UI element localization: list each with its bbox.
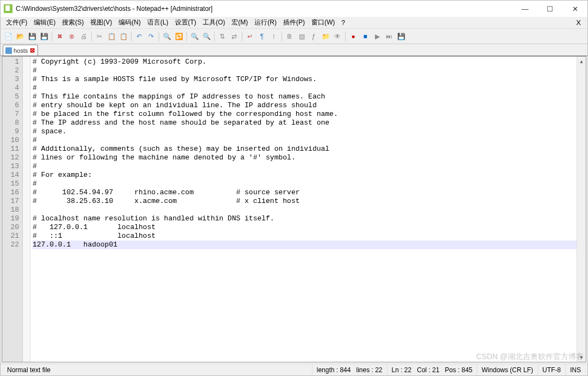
code-line[interactable]: # <box>33 84 577 93</box>
code-line[interactable]: # <box>33 136 577 145</box>
save-icon[interactable]: 💾 <box>27 31 37 42</box>
code-line[interactable]: # For example: <box>33 171 577 180</box>
close-icon[interactable]: ✖ <box>54 31 65 42</box>
line-number: 15 <box>2 180 22 188</box>
code-line[interactable]: # lines or following the machine name de… <box>33 153 577 162</box>
code-line[interactable]: # be placed in the first column followed… <box>33 110 577 119</box>
save-all-icon[interactable]: 💾 <box>39 31 49 42</box>
line-number: 7 <box>2 110 22 119</box>
func-list-icon[interactable]: ƒ <box>308 31 319 42</box>
toolbar-separator <box>131 32 132 41</box>
menubar-x-button[interactable]: X <box>576 19 585 27</box>
menu-settings[interactable]: 设置(T) <box>172 17 199 28</box>
tab-close-icon[interactable]: ⊠ <box>29 47 35 54</box>
monitor-icon[interactable]: 👁 <box>332 31 343 42</box>
menu-edit[interactable]: 编辑(E) <box>30 17 59 28</box>
close-all-icon[interactable]: ⊗ <box>66 31 77 42</box>
toolbar-separator <box>186 32 187 41</box>
find-icon[interactable]: 🔍 <box>161 31 172 42</box>
close-button[interactable]: ✕ <box>562 1 587 17</box>
code-line[interactable]: # <box>33 162 577 171</box>
line-number: 12 <box>2 153 22 162</box>
code-line[interactable]: # Copyright (c) 1993-2009 Microsoft Corp… <box>33 58 577 66</box>
toolbar-separator <box>52 32 52 41</box>
scroll-down-icon[interactable]: ▼ <box>577 353 586 362</box>
play-multi-icon[interactable]: ⏭ <box>384 31 395 42</box>
menu-window[interactable]: 窗口(W) <box>308 17 338 28</box>
zoom-out-icon[interactable]: 🔍 <box>201 31 212 42</box>
replace-icon[interactable]: 🔁 <box>173 31 184 42</box>
code-line[interactable] <box>33 206 577 214</box>
open-file-icon[interactable]: 📂 <box>15 31 26 42</box>
menu-tools[interactable]: 工具(O) <box>199 17 228 28</box>
copy-icon[interactable]: 📋 <box>106 31 117 42</box>
code-line[interactable]: # The IP address and the host name shoul… <box>33 119 577 127</box>
print-icon[interactable]: 🖨 <box>78 31 89 42</box>
tab-label: hosts <box>14 47 28 54</box>
menu-language[interactable]: 语言(L) <box>144 17 172 28</box>
scroll-up-icon[interactable]: ▲ <box>577 57 586 66</box>
line-number: 4 <box>2 84 22 93</box>
folder-icon[interactable]: 📁 <box>320 31 331 42</box>
sync-v-icon[interactable]: ⇅ <box>217 31 228 42</box>
line-number: 22 <box>2 241 22 249</box>
minimize-button[interactable]: — <box>512 1 537 17</box>
code-line[interactable]: # <box>33 66 577 75</box>
undo-icon[interactable]: ↶ <box>134 31 145 42</box>
maximize-button[interactable]: ☐ <box>537 1 562 17</box>
menu-help[interactable]: ? <box>338 18 348 28</box>
line-number: 5 <box>2 93 22 101</box>
menu-macro[interactable]: 宏(M) <box>228 17 251 28</box>
wordwrap-icon[interactable]: ↵ <box>245 31 255 42</box>
editor: 12345678910111213141516171819202122 # Co… <box>2 56 586 362</box>
menu-file[interactable]: 文件(F) <box>3 17 30 28</box>
code-line[interactable]: # 127.0.0.1 localhost <box>33 223 577 232</box>
line-number: 13 <box>2 162 22 171</box>
tab-hosts[interactable]: hosts ⊠ <box>3 45 38 56</box>
menu-encoding[interactable]: 编码(N) <box>115 17 144 28</box>
zoom-in-icon[interactable]: 🔍 <box>189 31 200 42</box>
line-number: 16 <box>2 188 22 197</box>
window-controls: — ☐ ✕ <box>512 1 587 17</box>
play-icon[interactable]: ▶ <box>372 31 383 42</box>
doc-map-icon[interactable]: ▤ <box>296 31 307 42</box>
all-chars-icon[interactable]: ¶ <box>257 31 267 42</box>
code-area[interactable]: # Copyright (c) 1993-2009 Microsoft Corp… <box>30 57 577 362</box>
code-line[interactable]: 127.0.0.1 hadoop01 <box>33 241 577 249</box>
titlebar: C:\Windows\System32\drivers\etc\hosts - … <box>1 1 587 17</box>
code-line[interactable]: # This file contains the mappings of IP … <box>33 93 577 101</box>
status-encoding: UTF-8 <box>537 364 565 375</box>
lang-icon[interactable]: 🗎 <box>284 31 295 42</box>
code-line[interactable]: # 102.54.94.97 rhino.acme.com # source s… <box>33 188 577 197</box>
code-line[interactable]: # localhost name resolution is handled w… <box>33 214 577 223</box>
stop-icon[interactable]: ■ <box>360 31 371 42</box>
line-number: 8 <box>2 119 22 127</box>
code-line[interactable]: # space. <box>33 127 577 136</box>
code-line[interactable]: # <box>33 180 577 188</box>
toolbar-separator <box>282 32 282 41</box>
toolbar-separator <box>91 32 92 41</box>
line-number: 1 <box>2 58 22 66</box>
window-title: C:\Windows\System32\drivers\etc\hosts - … <box>16 5 512 13</box>
vertical-scrollbar[interactable]: ▲ ▼ <box>577 57 586 362</box>
code-line[interactable]: # This is a sample HOSTS file used by Mi… <box>33 75 577 84</box>
code-line[interactable]: # Additionally, comments (such as these)… <box>33 145 577 153</box>
status-length: length : 844 lines : 22 <box>312 364 387 375</box>
code-line[interactable]: # entry should be kept on an individual … <box>33 101 577 110</box>
paste-icon[interactable]: 📋 <box>118 31 129 42</box>
menu-view[interactable]: 视图(V) <box>87 17 115 28</box>
record-icon[interactable]: ● <box>348 31 359 42</box>
indent-guide-icon[interactable]: ⫶ <box>268 31 279 42</box>
sync-h-icon[interactable]: ⇄ <box>229 31 240 42</box>
menu-search[interactable]: 搜索(S) <box>59 17 87 28</box>
menu-plugins[interactable]: 插件(P) <box>280 17 308 28</box>
app-icon <box>4 4 12 13</box>
new-file-icon[interactable]: 📄 <box>3 31 14 42</box>
cut-icon[interactable]: ✂ <box>94 31 105 42</box>
code-line[interactable]: # 38.25.63.10 x.acme.com # x client host <box>33 197 577 206</box>
redo-icon[interactable]: ↷ <box>146 31 157 42</box>
save-macro-icon[interactable]: 💾 <box>396 31 406 42</box>
code-line[interactable]: # ::1 localhost <box>33 232 577 241</box>
menu-run[interactable]: 运行(R) <box>251 17 280 28</box>
line-number: 11 <box>2 145 22 153</box>
